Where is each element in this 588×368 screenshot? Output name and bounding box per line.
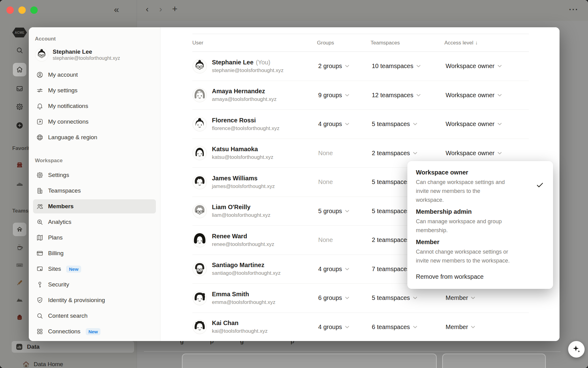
sidebar-item-language-region[interactable]: Language & region: [33, 130, 156, 144]
sidebar-item-data-home[interactable]: Data Home: [18, 358, 129, 368]
member-email: kai@toolsforthought.xyz: [212, 328, 268, 334]
sidebar-item-billing[interactable]: Billing: [33, 246, 156, 260]
profile-email: stephanie@toolsforthought.xyz: [53, 55, 120, 62]
column-groups[interactable]: Groups: [317, 40, 371, 46]
member-name: Florence Rossi: [212, 117, 256, 124]
person-circle-icon: [36, 71, 43, 79]
groups-dropdown[interactable]: None: [317, 177, 334, 187]
user-cell: Renee Wardrenee@toolsforthought.xyz: [192, 233, 317, 247]
groups-dropdown[interactable]: 2 groups: [317, 61, 350, 71]
chevron-down-icon: [345, 326, 349, 328]
sidebar-item-my-settings[interactable]: My settings: [33, 83, 156, 98]
sidebar-item-security[interactable]: Security: [33, 278, 156, 292]
remove-from-workspace-option[interactable]: Remove from workspace: [416, 271, 545, 283]
groups-dropdown[interactable]: 4 groups: [317, 119, 350, 129]
groups-dropdown[interactable]: 9 groups: [317, 90, 350, 101]
sidebar-item-content-search[interactable]: Content search: [33, 309, 156, 323]
sidebar-item-my-account[interactable]: My account: [33, 68, 156, 82]
sidebar-item-label: Language & region: [48, 134, 97, 141]
chevron-down-icon: [498, 65, 502, 67]
access-level-dropdown[interactable]: Workspace owner: [444, 61, 503, 71]
groups-dropdown[interactable]: 4 groups: [317, 264, 350, 274]
sidebar-item-members[interactable]: Members: [33, 199, 156, 213]
sidebar-item-connections[interactable]: ConnectionsNew: [33, 324, 156, 339]
window-controls: [6, 6, 38, 14]
ai-sparkle-button[interactable]: [568, 341, 585, 358]
minimize-button[interactable]: [18, 6, 26, 14]
teamspace-home-tile[interactable]: [13, 223, 26, 236]
member-email: liam@toolsforthought.xyz: [212, 212, 270, 218]
access-option-membership-admin[interactable]: Membership adminCan manage workspace and…: [416, 205, 545, 236]
option-title: Membership admin: [416, 208, 545, 216]
sidebar-item-home-active[interactable]: [13, 63, 26, 76]
access-level-dropdown[interactable]: Member: [444, 293, 476, 303]
teamspaces-dropdown[interactable]: 5 teamspaces: [371, 119, 418, 129]
access-level-dropdown[interactable]: Workspace owner: [444, 90, 503, 101]
teamspaces-dropdown[interactable]: 6 teamspaces: [371, 322, 418, 332]
teamspaces-dropdown[interactable]: 12 teamspaces: [371, 90, 422, 101]
building-icon: [36, 187, 43, 194]
access-option-workspace-owner[interactable]: Workspace ownerCan change workspace sett…: [416, 166, 545, 205]
member-name: Amaya Hernandez: [212, 88, 265, 95]
canvas-divider: [144, 351, 560, 352]
account-profile[interactable]: Stephanie Lee stephanie@toolsforthought.…: [35, 46, 155, 63]
close-button[interactable]: [6, 6, 14, 14]
zoom-button[interactable]: [30, 6, 38, 14]
chevron-down-icon: [498, 152, 502, 155]
avatar: [192, 262, 207, 276]
background-card: [182, 354, 437, 368]
map-icon: [36, 234, 43, 241]
avatar: [35, 48, 48, 62]
teamspaces-dropdown[interactable]: 5 teamspaces: [371, 293, 418, 303]
magnifier-plus-icon: [36, 218, 43, 226]
option-description: Can manage workspace and group membershi…: [416, 217, 520, 235]
sidebar-item-my-connections[interactable]: My connections: [33, 115, 156, 129]
column-user[interactable]: User: [192, 40, 317, 46]
sidebar-item-label: Members: [48, 203, 74, 210]
avatar: [192, 175, 207, 190]
sidebar-item-plans[interactable]: Plans: [33, 231, 156, 245]
new-badge: New: [66, 266, 81, 273]
groups-dropdown[interactable]: 4 groups: [317, 322, 350, 332]
globe-icon: [36, 134, 43, 141]
sidebar-item-label: Security: [48, 281, 69, 288]
chevron-down-icon: [413, 326, 417, 328]
column-access-level[interactable]: Access level↓: [444, 40, 529, 46]
sidebar-item-teamspaces[interactable]: Teamspaces: [33, 184, 156, 198]
background-card: [442, 354, 546, 368]
access-option-member[interactable]: MemberCannot change workspace settings o…: [416, 236, 545, 266]
option-description: Can change workspace settings and invite…: [416, 178, 520, 205]
groups-dropdown[interactable]: None: [317, 148, 334, 159]
groups-dropdown[interactable]: None: [317, 235, 334, 245]
access-level-dropdown[interactable]: Workspace owner: [444, 119, 503, 129]
chevron-down-icon: [498, 123, 502, 125]
sidebar-item-settings[interactable]: Settings: [33, 168, 156, 182]
user-cell: James Williamsjames@toolsforthought.xyz: [192, 175, 317, 190]
access-level-dropdown[interactable]: Workspace owner: [444, 148, 503, 159]
sidebar-item-label: Settings: [48, 172, 69, 178]
sidebar-item-sites[interactable]: SitesNew: [33, 262, 156, 276]
sidebar-item-analytics[interactable]: Analytics: [33, 215, 156, 229]
avatar: [192, 59, 207, 74]
chevron-down-icon: [413, 297, 417, 299]
avatar: [192, 320, 207, 334]
credit-card-icon: [36, 250, 43, 257]
chevron-down-icon: [345, 268, 349, 270]
teamspaces-dropdown[interactable]: 2 teamspaces: [371, 148, 418, 159]
account-items: My accountMy settingsMy notificationsMy …: [33, 68, 156, 144]
sidebar-item-data[interactable]: Data: [12, 341, 134, 353]
chevron-down-icon: [345, 65, 349, 67]
table-header: User Groups Teamspaces Access level↓: [192, 34, 529, 52]
teamspaces-dropdown[interactable]: 10 teamspaces: [371, 61, 422, 71]
browser-cursor-icon: [36, 265, 43, 273]
groups-dropdown[interactable]: 6 groups: [317, 293, 350, 303]
sidebar-item-identity-provisioning[interactable]: Identity & provisioning: [33, 293, 156, 307]
shield-check-icon: [36, 297, 43, 304]
sidebar-item-my-notifications[interactable]: My notifications: [33, 99, 156, 113]
access-level-dropdown[interactable]: Member: [444, 322, 476, 332]
chevron-down-icon: [498, 94, 502, 97]
groups-dropdown[interactable]: 5 groups: [317, 206, 350, 217]
chevron-down-icon: [345, 210, 349, 213]
column-teamspaces[interactable]: Teamspaces: [371, 40, 444, 46]
member-email: james@toolsforthought.xyz: [212, 183, 275, 190]
